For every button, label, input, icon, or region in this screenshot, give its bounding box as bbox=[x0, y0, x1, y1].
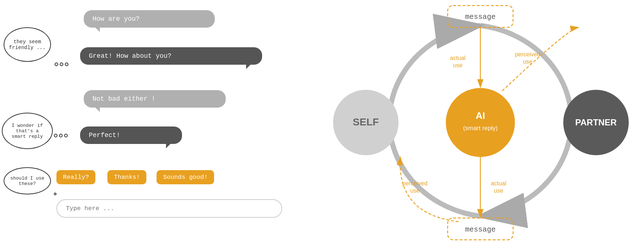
actual-use-label-bottom-right: actual bbox=[491, 180, 506, 186]
ai-label: AI bbox=[476, 110, 485, 121]
thought-dot bbox=[59, 134, 63, 137]
chat-bubble-1: How are you? bbox=[84, 10, 215, 28]
diagram-container: message message SELF AI (smart reply) PA… bbox=[317, 0, 644, 245]
right-panel: message message SELF AI (smart reply) PA… bbox=[317, 0, 644, 245]
ai-sublabel: (smart reply) bbox=[463, 125, 498, 132]
actual-use-label-top-left: actual bbox=[450, 55, 466, 61]
thought-dot bbox=[65, 63, 68, 66]
main-container: they seem friendly ... I wonder if that'… bbox=[0, 0, 644, 245]
thought-dot bbox=[54, 134, 58, 137]
perceived-use-label-bottom-left2: use bbox=[410, 188, 420, 194]
ai-circle bbox=[446, 88, 515, 157]
diagram-svg: message message SELF AI (smart reply) PA… bbox=[317, 0, 644, 245]
thought-bubble-3: should I use these? bbox=[4, 167, 51, 194]
chat-bubble-2: Great! How about you? bbox=[80, 47, 262, 65]
chat-bubble-3: Not bad either ! bbox=[84, 90, 226, 108]
perceived-use-label-top-right: perceived bbox=[515, 51, 540, 57]
thought-dot bbox=[54, 193, 56, 195]
actual-use-label-bottom-right2: use bbox=[494, 188, 503, 194]
partner-label: PARTNER bbox=[575, 117, 617, 127]
smart-reply-sounds-good[interactable]: Sounds good! bbox=[157, 170, 214, 184]
thought-bubble-2: I wonder if that's a smart reply bbox=[2, 113, 53, 149]
thought-dot bbox=[60, 63, 63, 66]
smart-reply-thanks[interactable]: Thanks! bbox=[107, 170, 146, 184]
chat-bubble-4: Perfect! bbox=[80, 126, 182, 144]
message-label-top: message bbox=[465, 13, 496, 21]
thought-dot bbox=[55, 63, 58, 66]
self-label: SELF bbox=[353, 116, 379, 128]
left-panel: they seem friendly ... I wonder if that'… bbox=[0, 0, 317, 245]
thought-dot bbox=[64, 134, 68, 137]
thought-bubble-1: they seem friendly ... bbox=[4, 27, 51, 62]
perceived-use-label-bottom-left: perceived bbox=[402, 180, 427, 186]
smart-reply-really[interactable]: Really? bbox=[56, 170, 95, 184]
dashed-arrow-perceived-left bbox=[400, 157, 458, 222]
message-label-bottom: message bbox=[465, 225, 496, 234]
perceived-use-label-top-right2: use bbox=[523, 59, 532, 65]
message-input[interactable] bbox=[56, 199, 282, 218]
actual-use-label-top-left2: use bbox=[453, 62, 463, 68]
